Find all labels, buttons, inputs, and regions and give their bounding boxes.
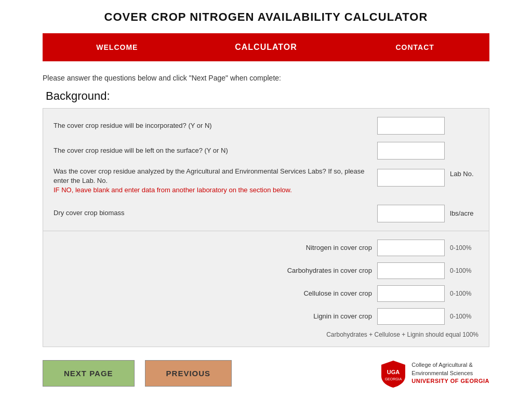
cellulose-row: Cellulose in cover crop 0-100% — [54, 285, 478, 302]
nitrogen-input[interactable] — [377, 240, 445, 256]
next-page-button[interactable]: NEXT PAGE — [43, 360, 135, 387]
svg-text:UGA: UGA — [387, 369, 400, 375]
surface-row: The cover crop residue will be left on t… — [54, 142, 478, 160]
lower-note: Carbohydrates + Cellulose + Lignin shoul… — [54, 331, 478, 338]
lab-no-label: Was the cover crop residue analyzed by t… — [54, 167, 372, 195]
lab-no-input[interactable] — [377, 169, 445, 187]
svg-text:GEORGIA: GEORGIA — [385, 377, 402, 381]
nitrogen-label: Nitrogen in cover crop — [268, 244, 372, 251]
surface-label: The cover crop residue will be left on t… — [54, 146, 372, 155]
nitrogen-row: Nitrogen in cover crop 0-100% — [54, 240, 478, 256]
background-form-lower: Nitrogen in cover crop 0-100% Carbohydra… — [43, 231, 489, 347]
lab-no-note: IF NO, leave blank and enter data from a… — [54, 186, 292, 194]
previous-button[interactable]: PREVIOUS — [145, 360, 232, 387]
carbohydrates-input[interactable] — [377, 262, 445, 279]
lab-no-row: Was the cover crop residue analyzed by t… — [54, 167, 478, 197]
nav-calculator[interactable]: CALCULATOR — [192, 33, 341, 61]
lignin-input[interactable] — [377, 308, 445, 325]
background-form-upper: The cover crop residue will be incorpora… — [43, 108, 489, 231]
cellulose-label: Cellulose in cover crop — [268, 289, 372, 297]
nav-contact[interactable]: CONTACT — [340, 34, 489, 61]
carbohydrates-label: Carbohydrates in cover crop — [268, 267, 372, 274]
section-background-title: Background: — [46, 89, 489, 103]
cellulose-input[interactable] — [377, 285, 445, 302]
incorporated-label: The cover crop residue will be incorpora… — [54, 121, 372, 130]
carbohydrates-unit: 0-100% — [450, 267, 478, 274]
biomass-input[interactable] — [377, 205, 445, 222]
instructions-text: Please answer the questions below and cl… — [43, 74, 489, 82]
biomass-row: Dry cover crop biomass lbs/acre — [54, 205, 478, 222]
uga-logo-text: College of Agricultural & Environmental … — [411, 361, 489, 385]
incorporated-input[interactable] — [377, 117, 445, 135]
uga-shield-icon: UGA GEORGIA — [379, 360, 407, 388]
page-title: COVER CROP NITROGEN AVAILABILITY CALCULA… — [43, 10, 489, 24]
biomass-label: Dry cover crop biomass — [54, 208, 372, 218]
nav-welcome[interactable]: WELCOME — [43, 34, 192, 61]
nitrogen-unit: 0-100% — [450, 244, 478, 251]
surface-input[interactable] — [377, 142, 445, 160]
carbohydrates-row: Carbohydrates in cover crop 0-100% — [54, 262, 478, 279]
navigation: WELCOME CALCULATOR CONTACT — [43, 33, 489, 61]
uga-logo: UGA GEORGIA College of Agricultural & En… — [379, 360, 489, 388]
lab-no-unit: Lab No. — [450, 170, 478, 178]
lignin-label: Lignin in cover crop — [268, 312, 372, 320]
buttons-row: NEXT PAGE PREVIOUS UGA GEORGIA College o… — [43, 360, 489, 388]
biomass-unit: lbs/acre — [450, 209, 478, 217]
lignin-unit: 0-100% — [450, 313, 478, 320]
incorporated-row: The cover crop residue will be incorpora… — [54, 117, 478, 135]
lignin-row: Lignin in cover crop 0-100% — [54, 308, 478, 325]
cellulose-unit: 0-100% — [450, 290, 478, 297]
